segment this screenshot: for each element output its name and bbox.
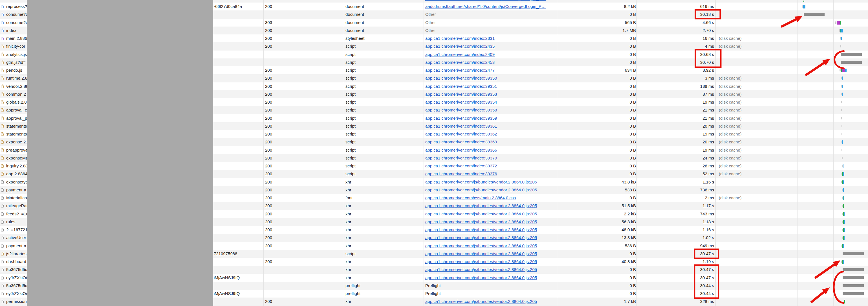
request-size: 13.3 kB (561, 234, 636, 242)
request-initiator-link[interactable]: app.ca1.chromeriver.com/index:2331 (425, 34, 556, 43)
request-initiator-link[interactable]: app.ca1.chromeriver.com/index:39362 (425, 130, 556, 138)
request-time: 139 ms (640, 82, 714, 90)
request-time: 4.66 s (640, 19, 714, 27)
request-initiator-link[interactable]: aadcdn.msftauth.net/shared/1.0/content/j… (425, 0, 556, 3)
request-time: 1.02 s (640, 234, 714, 242)
waterfall-bar (841, 260, 842, 263)
request-size: 0 B (561, 154, 636, 162)
xhr-file-icon (1, 180, 4, 184)
request-type: xhr (345, 266, 422, 274)
font-file-icon (1, 196, 4, 200)
waterfall-bar (843, 260, 844, 263)
waterfall-bar (803, 1, 804, 2)
column-divider (637, 0, 637, 306)
request-initiator-link[interactable]: app.ca1.chromeriver.com/index:39358 (425, 106, 556, 114)
request-initiator-link[interactable]: app.ca1.chromeriver.com/index:39370 (425, 154, 556, 162)
waterfall-bar (844, 236, 845, 240)
waterfall-bar (841, 125, 842, 127)
request-size: 0 B (561, 106, 636, 114)
request-initiator-link[interactable]: app.ca1.chromeriver.com/js/bundles/vendo… (425, 274, 556, 282)
request-initiator-link[interactable]: app.ca1.chromeriver.com/index:39359 (425, 114, 556, 122)
request-initiator-link[interactable]: app.ca1.chromeriver.com/index:39350 (425, 74, 556, 82)
waterfall-bar (841, 101, 842, 103)
request-initiator-link[interactable]: app.ca1.chromeriver.com/index:39353 (425, 90, 556, 98)
request-initiator-link[interactable]: app.ca1.chromeriver.com/index:39351 (425, 82, 556, 90)
request-time: 1.18 s (640, 218, 714, 226)
request-initiator-link[interactable]: app.ca1.chromeriver.com/index:2477 (425, 66, 556, 74)
request-size: 1.7 MB (561, 27, 636, 34)
request-initiator-link[interactable]: app.ca1.chromeriver.com/js/bundles/vendo… (425, 218, 556, 226)
request-initiator-link[interactable]: aadcdn.msftauth.net/shared/1.0/content/j… (425, 3, 556, 10)
request-time: 20 ms (640, 122, 714, 130)
request-name-tail: iMjAwNSJ9fQ (214, 289, 262, 298)
request-initiator-link[interactable]: app.ca1.chromeriver.com/js/bundles/vendo… (425, 266, 556, 274)
request-initiator-link[interactable]: app.ca1.chromeriver.com/js/bundles/vendo… (425, 178, 556, 186)
preflight-file-icon (1, 284, 4, 287)
request-initiator-link[interactable]: app.ca1.chromeriver.com/index:39354 (425, 98, 556, 106)
request-type: script (345, 170, 422, 178)
xhr-file-icon (1, 268, 4, 271)
request-size: 43.8 kB (561, 178, 636, 186)
xhr-file-icon (1, 204, 4, 207)
request-size: 0 B (561, 34, 636, 43)
request-size: 0 B (561, 266, 636, 274)
request-initiator-link[interactable]: app.ca1.chromeriver.com/index:39366 (425, 146, 556, 154)
request-size: 0 B (561, 162, 636, 170)
stylesheet-file-icon (1, 37, 4, 40)
request-initiator-link[interactable]: app.ca1.chromeriver.com/js/bundles/vendo… (425, 226, 556, 234)
status-code: 200 (265, 130, 341, 138)
request-type: script (345, 122, 422, 130)
request-type: script (345, 138, 422, 146)
request-initiator-link[interactable]: app.ca1.chromeriver.com/index:39369 (425, 138, 556, 146)
request-initiator-link[interactable]: app.ca1.chromeriver.com/js/bundles/vendo… (425, 210, 556, 218)
waterfall-bar (803, 5, 805, 8)
request-initiator-link[interactable]: app.ca1.chromeriver.com/index:2435 (425, 43, 556, 50)
redaction-overlay (27, 0, 213, 306)
waterfall-bar (842, 157, 843, 159)
request-initiator-link[interactable]: app.ca1.chromeriver.com/css/main.2.8864.… (425, 194, 556, 202)
request-initiator-link[interactable]: app.ca1.chromeriver.com/js/bundles/vendo… (425, 258, 556, 266)
waterfall-bar (844, 220, 845, 224)
waterfall-bar (843, 172, 844, 176)
xhr-file-icon (1, 188, 4, 192)
document-file-icon (1, 5, 4, 8)
request-initiator-link[interactable]: app.ca1.chromeriver.com/index:39372 (425, 162, 556, 170)
cache-note: (disk cache) (719, 146, 791, 154)
status-code: 200 (265, 98, 341, 106)
request-name-tail: -66f27d0ca84a (214, 3, 262, 10)
cache-note: (disk cache) (719, 43, 791, 50)
waterfall-bar (842, 77, 843, 80)
waterfall-bar (835, 22, 836, 24)
request-time: 616 ms (640, 3, 714, 10)
request-initiator-link[interactable]: app.ca1.chromeriver.com/index:39361 (425, 122, 556, 130)
request-time: 21 ms (640, 114, 714, 122)
request-initiator-link[interactable]: app.ca1.chromeriver.com/js/bundles/vendo… (425, 250, 556, 258)
column-divider (424, 0, 424, 306)
request-time: 2 ms (640, 194, 714, 202)
request-type: xhr (345, 234, 422, 242)
waterfall-bar (843, 292, 864, 295)
request-initiator-link[interactable]: app.ca1.chromeriver.com/js/bundles/vendo… (425, 186, 556, 194)
status-code: 200 (265, 162, 341, 170)
request-initiator-link[interactable]: app.ca1.chromeriver.com/js/bundles/vendo… (425, 242, 556, 250)
request-initiator-link[interactable]: app.ca1.chromeriver.com/js/bundles/vendo… (425, 298, 556, 305)
request-time: 736 ms (640, 186, 714, 194)
request-initiator-link[interactable]: app.ca1.chromeriver.com/index:2409 (425, 51, 556, 58)
request-type: preflight (345, 289, 422, 298)
request-size: 40.8 kB (561, 258, 636, 266)
request-type: script (345, 154, 422, 162)
cache-note: (disk cache) (719, 98, 791, 106)
request-initiator-link[interactable]: app.ca1.chromeriver.com/js/bundles/vendo… (425, 202, 556, 210)
request-type: xhr (345, 274, 422, 282)
cache-note: (disk cache) (719, 74, 791, 82)
request-initiator-link[interactable]: app.ca1.chromeriver.com/index:39376 (425, 170, 556, 178)
request-size: 0 B (561, 114, 636, 122)
waterfall-bar (842, 68, 845, 72)
waterfall-bar (837, 21, 840, 25)
request-initiator-link[interactable]: app.ca1.chromeriver.com/index:2453 (425, 58, 556, 66)
request-type: xhr (345, 210, 422, 218)
request-type: script (345, 250, 422, 258)
request-initiator-link: Other (425, 10, 556, 18)
request-size: 0 B (561, 170, 636, 178)
request-initiator-link[interactable]: app.ca1.chromeriver.com/js/bundles/vendo… (425, 234, 556, 242)
